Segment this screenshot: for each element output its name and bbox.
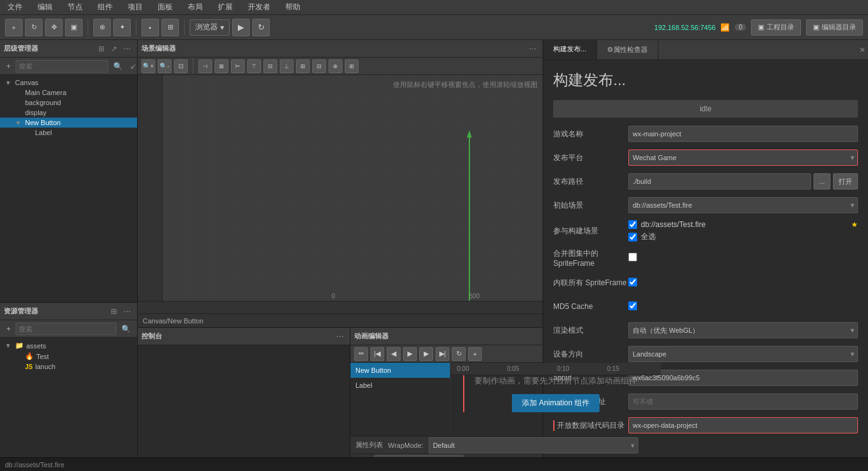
assets-root[interactable]: ▼ 📁 assets <box>0 340 137 351</box>
editor-dir-btn[interactable]: ▣ 编辑器目录 <box>806 19 863 36</box>
inline-sprite-checkbox[interactable] <box>628 278 637 286</box>
tree-item-canvas[interactable]: ▼ Canvas <box>0 78 137 88</box>
add-node-btn[interactable]: + <box>5 19 23 36</box>
tree-item-label[interactable]: Label <box>0 128 137 138</box>
align-left-btn[interactable]: ⊣ <box>198 59 212 73</box>
scene-editor: 场景编辑器 ⋯ 🔍+ 🔍- ⊡ ⊣ ⊠ ⊢ ⊤ ⊟ ⊥ ⊞ ⊟ ⊕ ⊞ <box>138 40 543 328</box>
scene-menu-btn[interactable]: ⋯ <box>526 43 539 54</box>
anim-next-key-btn[interactable]: ▶| <box>436 347 449 361</box>
menu-item-component[interactable]: 组件 <box>95 1 115 14</box>
hierarchy-refresh-btn[interactable]: ⊞ <box>96 43 107 54</box>
assets-lanuch[interactable]: JS lanuch <box>0 362 137 372</box>
involved-checkbox[interactable] <box>628 220 637 229</box>
grid-btn[interactable]: ⊞ <box>345 59 359 73</box>
assets-menu-btn[interactable]: ⋯ <box>121 306 133 317</box>
hierarchy-search-input[interactable] <box>16 60 108 73</box>
menu-item-extend[interactable]: 扩展 <box>215 1 235 14</box>
hand-tool-btn[interactable]: ✥ <box>45 19 63 36</box>
console-menu-btn[interactable]: ⋯ <box>334 331 346 342</box>
project-dir-btn[interactable]: ▣ 工程目录 <box>751 19 801 36</box>
dist-h-btn[interactable]: ⊞ <box>296 59 310 73</box>
anim-prev-frame-btn[interactable]: ◀ <box>387 347 401 361</box>
dist-v-btn[interactable]: ⊟ <box>312 59 326 73</box>
device-select[interactable]: Landscape <box>628 346 858 362</box>
select-all-checkbox[interactable] <box>628 233 637 241</box>
anim-prev-key-btn[interactable]: |◀ <box>370 347 384 361</box>
zoom-fit-btn[interactable]: ⊡ <box>174 59 188 73</box>
path-open-btn[interactable]: 打开 <box>833 173 858 190</box>
left-ruler <box>138 75 163 301</box>
breadcrumb: Canvas/New Button <box>143 317 203 325</box>
wrapmode-select-wrapper: Default ▾ <box>429 437 638 453</box>
path-browse-btn[interactable]: ... <box>814 173 830 190</box>
right-panel-close-btn[interactable]: ✕ <box>857 44 868 56</box>
device-select-wrapper: Landscape ▾ <box>628 346 858 362</box>
hierarchy-expand-btn[interactable]: ↗ <box>108 43 120 54</box>
merge-sprite-checkbox[interactable] <box>628 253 637 261</box>
render-label: 渲染模式 <box>553 325 628 336</box>
menu-item-panel[interactable]: 面板 <box>155 1 175 14</box>
scene-select[interactable]: db://assets/Test.fire <box>628 197 858 213</box>
game-name-input[interactable] <box>628 126 858 142</box>
anim-track-label[interactable]: Label <box>350 378 450 393</box>
refresh-btn[interactable]: ↻ <box>25 19 43 36</box>
anim-edit-btn[interactable]: ✏ <box>354 347 368 361</box>
menu-item-help[interactable]: 帮助 <box>283 1 303 14</box>
canvas-label: Canvas <box>15 79 38 86</box>
rotate-tool-btn[interactable]: ✦ <box>113 19 131 36</box>
tab-build-publish[interactable]: 构建发布... <box>543 40 597 59</box>
tree-item-main-camera[interactable]: Main Camera <box>0 88 137 98</box>
assets-search-input[interactable] <box>16 323 116 335</box>
anim-next-frame-btn[interactable]: ▶ <box>419 347 433 361</box>
move-tool-btn[interactable]: ⊕ <box>93 19 111 36</box>
align-right-btn[interactable]: ⊢ <box>231 59 245 73</box>
red-square-btn[interactable]: ▪ <box>141 19 159 36</box>
align-center-btn[interactable]: ⊠ <box>215 59 228 73</box>
platform-select[interactable]: Wechat Game <box>628 149 858 166</box>
hierarchy-add-btn[interactable]: + <box>4 61 13 72</box>
tab-properties[interactable]: ⚙ 属性检查器 <box>597 40 658 59</box>
play-btn[interactable]: ▶ <box>232 19 250 36</box>
replay-btn[interactable]: ↻ <box>252 19 270 36</box>
add-animation-btn[interactable]: 添加 Animation 组件 <box>512 394 600 412</box>
anim-add-event-btn[interactable]: + <box>468 347 482 361</box>
hierarchy-menu-btn[interactable]: ⋯ <box>121 43 133 54</box>
assets-test[interactable]: 🔥 Test <box>0 351 137 362</box>
menu-item-edit[interactable]: 编辑 <box>35 1 55 14</box>
anim-track-new-button[interactable]: New Button <box>350 363 450 378</box>
opendata-input[interactable] <box>628 417 858 433</box>
menu-item-layout[interactable]: 布局 <box>185 1 205 14</box>
assets-title: 资源管理器 <box>4 306 38 316</box>
scene-content[interactable]: 使用鼠标右键平移视窗焦点，使用滚轮缩放视图 <box>138 75 543 313</box>
path-input[interactable] <box>628 173 811 190</box>
align-bottom-btn[interactable]: ⊥ <box>280 59 294 73</box>
assets-add-btn[interactable]: + <box>4 323 13 335</box>
align-middle-btn[interactable]: ⊟ <box>263 59 277 73</box>
anim-play-btn[interactable]: ▶ <box>403 347 417 361</box>
remote-input[interactable] <box>628 393 858 410</box>
browser-dropdown[interactable]: 浏览器 ▾ <box>190 19 230 36</box>
md5-checkbox[interactable] <box>628 301 637 310</box>
console-content <box>138 345 350 471</box>
assets-actions: ⊞ ⋯ <box>108 306 133 317</box>
tree-item-new-button[interactable]: ▼ New Button <box>0 118 137 128</box>
hierarchy-search-icon[interactable]: 🔍 <box>111 61 125 72</box>
pattern-btn[interactable]: ⊞ <box>161 19 179 36</box>
menu-item-file[interactable]: 文件 <box>5 1 25 14</box>
menu-item-dev[interactable]: 开发者 <box>245 1 273 14</box>
assets-search-icon[interactable]: 🔍 <box>119 323 133 335</box>
assets-refresh-btn[interactable]: ⊞ <box>108 306 120 317</box>
align-top-btn[interactable]: ⊤ <box>247 59 261 73</box>
more-btn[interactable]: ⊕ <box>329 59 342 73</box>
zoom-in-btn[interactable]: 🔍+ <box>141 59 155 73</box>
zoom-out-btn[interactable]: 🔍- <box>158 59 171 73</box>
tree-item-background[interactable]: background <box>0 98 137 108</box>
anim-loop-btn[interactable]: ↻ <box>452 347 466 361</box>
render-select[interactable]: 自动（优先 WebGL） <box>628 322 858 338</box>
menu-item-project[interactable]: 项目 <box>125 1 145 14</box>
menu-item-node[interactable]: 节点 <box>65 1 85 14</box>
wrapmode-select[interactable]: Default <box>429 437 638 453</box>
rect-tool-btn[interactable]: ▣ <box>65 19 83 36</box>
tree-item-display[interactable]: display <box>0 108 137 118</box>
appid-input[interactable] <box>628 370 858 386</box>
